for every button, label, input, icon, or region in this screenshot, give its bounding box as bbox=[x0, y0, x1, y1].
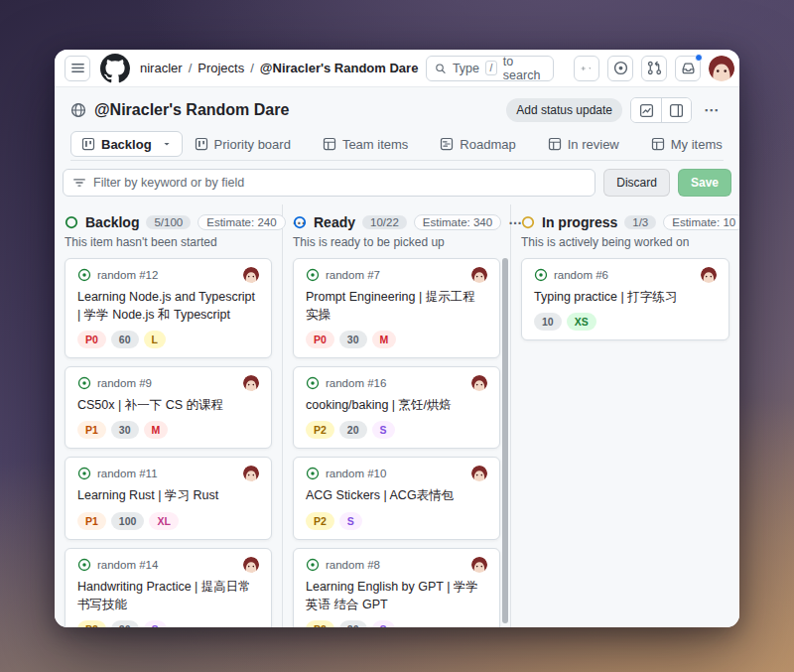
pull-requests-button[interactable] bbox=[641, 56, 667, 81]
tab-priority-board[interactable]: Priority board bbox=[185, 133, 301, 156]
breadcrumb-separator: / bbox=[189, 61, 193, 75]
label-pill[interactable]: P2 bbox=[306, 512, 334, 530]
label-pill[interactable]: P0 bbox=[77, 331, 106, 348]
assignee-avatar[interactable] bbox=[243, 375, 259, 391]
inbox-button[interactable] bbox=[675, 56, 701, 81]
column-status-icon bbox=[65, 215, 78, 229]
create-new-button[interactable] bbox=[574, 56, 599, 81]
card-id[interactable]: random #11 bbox=[97, 468, 158, 479]
assignee-avatar[interactable] bbox=[243, 466, 259, 481]
label-pill[interactable]: P1 bbox=[77, 512, 106, 530]
label-pill[interactable]: M bbox=[372, 331, 397, 348]
tab-my-items[interactable]: My items bbox=[641, 133, 732, 156]
insights-button[interactable] bbox=[631, 98, 661, 122]
card[interactable]: random #11 Learning Rust | 学习 Rust P1 10… bbox=[65, 457, 272, 539]
card-id[interactable]: random #16 bbox=[326, 377, 386, 389]
tab-label: Backlog bbox=[101, 137, 152, 152]
label-pill[interactable]: S bbox=[372, 620, 395, 627]
column-estimate-badge: Estimate: 240 bbox=[198, 214, 285, 230]
card-id[interactable]: random #12 bbox=[97, 269, 158, 281]
card[interactable]: random #10 ACG Stickers | ACG表情包 P2 S bbox=[293, 457, 500, 539]
card-id[interactable]: random #8 bbox=[326, 559, 380, 571]
card[interactable]: random #9 CS50x | 补一下 CS 的课程 P1 30 M bbox=[65, 366, 272, 449]
label-pill[interactable]: L bbox=[144, 331, 166, 348]
assignee-avatar[interactable] bbox=[471, 557, 487, 573]
column-scrollbar[interactable] bbox=[502, 258, 508, 623]
label-pill[interactable]: XS bbox=[567, 313, 596, 331]
github-logo[interactable] bbox=[100, 54, 130, 83]
filter-input[interactable]: Filter by keyword or by field bbox=[63, 169, 596, 197]
label-pill[interactable]: 60 bbox=[111, 331, 139, 348]
pull-request-icon bbox=[647, 61, 662, 75]
assignee-avatar[interactable] bbox=[243, 267, 259, 283]
column-header: Backlog 5/100 Estimate: 240 ⋯ bbox=[65, 214, 272, 230]
card[interactable]: random #8 Learning English by GPT | 学学英语… bbox=[293, 548, 500, 628]
label-pill[interactable]: P0 bbox=[306, 331, 334, 348]
card-title[interactable]: Handwriting Practice | 提高日常书写技能 bbox=[77, 578, 259, 613]
add-status-update-button[interactable]: Add status update bbox=[506, 98, 622, 122]
assignee-avatar[interactable] bbox=[471, 466, 487, 481]
tab-label: In review bbox=[568, 137, 619, 152]
card-id[interactable]: random #10 bbox=[326, 468, 386, 479]
label-pill[interactable]: 100 bbox=[111, 512, 145, 530]
label-pill[interactable]: S bbox=[339, 512, 362, 530]
breadcrumb-page[interactable]: @Niracler's Random Dare bbox=[260, 61, 419, 75]
tab-team-items[interactable]: Team items bbox=[313, 133, 418, 156]
breadcrumb-section[interactable]: Projects bbox=[198, 61, 244, 75]
label-pill[interactable]: P2 bbox=[306, 620, 334, 627]
label-pill[interactable]: S bbox=[372, 421, 395, 439]
assignee-avatar[interactable] bbox=[701, 267, 717, 283]
card[interactable]: random #12 Learning Node.js and Typescri… bbox=[65, 258, 272, 358]
filter-placeholder: Filter by keyword or by field bbox=[93, 176, 244, 190]
tab-in-review[interactable]: In review bbox=[538, 133, 629, 156]
label-pill[interactable]: 20 bbox=[339, 620, 367, 627]
card-title[interactable]: CS50x | 补一下 CS 的课程 bbox=[77, 396, 259, 414]
card[interactable]: random #16 cooking/baking | 烹饪/烘焙 P2 20 … bbox=[293, 366, 500, 449]
card-title[interactable]: Typing practice | 打字练习 bbox=[534, 288, 717, 306]
card-id[interactable]: random #14 bbox=[97, 559, 158, 571]
card[interactable]: random #7 Prompt Engineering | 提示工程实操 P0… bbox=[293, 258, 500, 358]
card-id[interactable]: random #9 bbox=[97, 377, 152, 389]
card-title[interactable]: Learning Rust | 学习 Rust bbox=[77, 486, 259, 504]
assignee-avatar[interactable] bbox=[243, 557, 259, 573]
label-pill[interactable]: 10 bbox=[534, 313, 562, 331]
view-tabs: Backlog Priority board Team items Roadma… bbox=[70, 131, 724, 161]
project-menu-button[interactable]: ⋯ bbox=[700, 101, 724, 119]
label-pill[interactable]: P1 bbox=[77, 421, 106, 439]
side-panel-button[interactable] bbox=[661, 98, 691, 122]
user-avatar[interactable] bbox=[709, 56, 734, 81]
assignee-avatar[interactable] bbox=[471, 267, 487, 283]
label-pill[interactable]: 30 bbox=[339, 331, 367, 348]
tab-roadmap[interactable]: Roadmap bbox=[430, 133, 525, 156]
tab-label: Team items bbox=[342, 137, 408, 152]
label-pill[interactable]: XL bbox=[149, 512, 178, 530]
card[interactable]: random #14 Handwriting Practice | 提高日常书写… bbox=[65, 548, 272, 628]
card-title[interactable]: Prompt Engineering | 提示工程实操 bbox=[306, 288, 487, 324]
save-button[interactable]: Save bbox=[678, 169, 731, 197]
label-pill[interactable]: S bbox=[144, 620, 167, 627]
tab-options-caret[interactable] bbox=[158, 135, 176, 153]
global-search-input[interactable]: Type / to search bbox=[426, 56, 554, 81]
column-status-icon bbox=[521, 215, 535, 229]
card-title[interactable]: Learning Node.js and Typescript | 学学 Nod… bbox=[77, 288, 259, 324]
card-title[interactable]: ACG Stickers | ACG表情包 bbox=[306, 486, 487, 504]
new-view-button[interactable]: New view bbox=[734, 133, 739, 156]
label-pill[interactable]: P2 bbox=[77, 620, 106, 627]
tab-backlog[interactable]: Backlog bbox=[70, 131, 183, 157]
card-id[interactable]: random #7 bbox=[326, 269, 380, 281]
assignee-avatar[interactable] bbox=[471, 375, 487, 391]
label-pill[interactable]: 20 bbox=[111, 620, 139, 627]
hamburger-menu-button[interactable] bbox=[65, 56, 90, 81]
card-title[interactable]: Learning English by GPT | 学学英语 结合 GPT bbox=[306, 578, 487, 613]
filter-icon bbox=[72, 176, 86, 190]
card[interactable]: random #6 Typing practice | 打字练习 10 XS bbox=[521, 258, 729, 340]
label-pill[interactable]: 30 bbox=[111, 421, 139, 439]
label-pill[interactable]: M bbox=[144, 421, 169, 439]
card-title[interactable]: cooking/baking | 烹饪/烘焙 bbox=[306, 396, 487, 414]
breadcrumb-user[interactable]: niracler bbox=[140, 61, 183, 75]
discard-button[interactable]: Discard bbox=[603, 169, 670, 197]
card-id[interactable]: random #6 bbox=[554, 269, 608, 281]
label-pill[interactable]: P2 bbox=[306, 421, 334, 439]
issues-button[interactable] bbox=[607, 56, 633, 81]
label-pill[interactable]: 20 bbox=[339, 421, 367, 439]
